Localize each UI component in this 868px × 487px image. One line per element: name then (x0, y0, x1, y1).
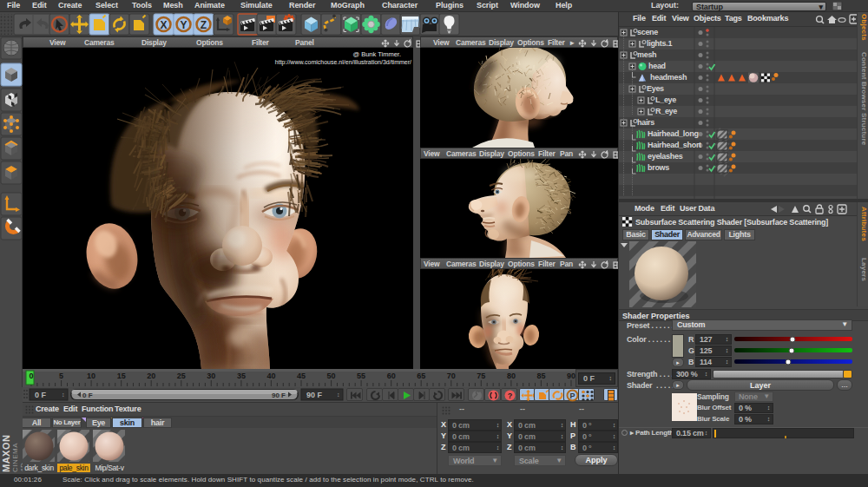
svg-text:50: 50 (327, 372, 336, 380)
svg-text:0 F: 0 F (35, 391, 47, 399)
svg-text:30: 30 (207, 372, 215, 380)
svg-text:85: 85 (536, 372, 545, 380)
svg-text:35: 35 (237, 372, 246, 380)
svg-text:10: 10 (87, 372, 95, 380)
svg-text:Y: Y (180, 19, 187, 31)
svg-text:?: ? (508, 392, 513, 400)
svg-text:65: 65 (417, 372, 425, 380)
svg-text:60: 60 (387, 372, 396, 380)
svg-text:0: 0 (29, 372, 33, 380)
svg-text:80: 80 (507, 372, 516, 380)
svg-text:45: 45 (297, 372, 306, 380)
svg-text:5: 5 (59, 372, 63, 380)
svg-text:↕: ↕ (62, 392, 65, 398)
svg-text:20: 20 (147, 372, 155, 380)
svg-text:15: 15 (117, 372, 126, 380)
svg-text:70: 70 (447, 372, 456, 380)
svg-text:P: P (569, 392, 575, 400)
svg-text:55: 55 (357, 372, 365, 380)
svg-text:↕: ↕ (337, 392, 340, 398)
svg-text:Z: Z (201, 19, 207, 31)
svg-text:90: 90 (567, 372, 575, 380)
svg-text:40: 40 (266, 372, 275, 380)
svg-text:75: 75 (477, 372, 485, 380)
svg-text:0 F: 0 F (82, 392, 93, 399)
svg-text:90 F: 90 F (306, 391, 323, 399)
svg-text:X: X (160, 19, 167, 31)
svg-text:90 F: 90 F (272, 392, 286, 399)
svg-text:@ Bunk Timmer.: @ Bunk Timmer. (352, 50, 401, 58)
svg-text:25: 25 (177, 372, 186, 380)
svg-text:http://www.comichouse.nl/en/il: http://www.comichouse.nl/en/illustration… (275, 59, 411, 66)
